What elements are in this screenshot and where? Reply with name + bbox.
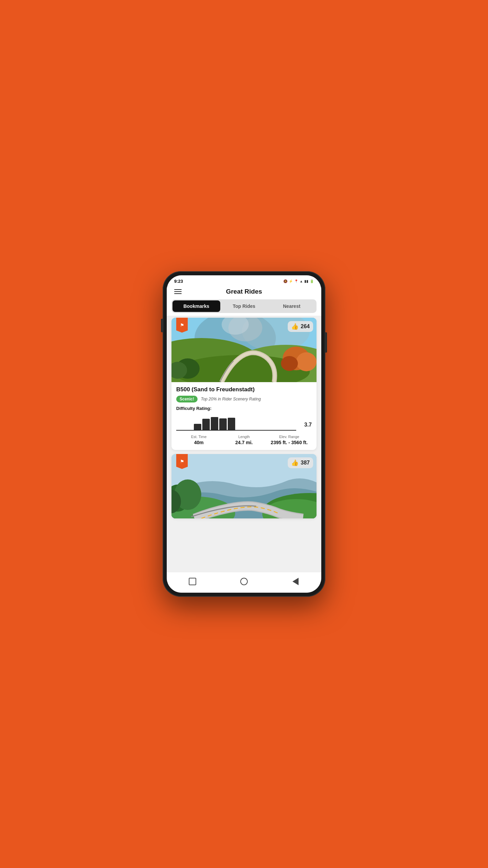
nav-back-icon [292,578,299,585]
wifi-icon: ▲ [300,279,303,283]
length-value: 24.7 mi. [221,440,266,445]
thumbs-up-icon-1: 👍 [291,323,299,330]
phone-screen: 9:23 🔕 ⚡ 📍 ▲ ▮▮ 🔋 Great Rides Bookmarks [167,275,321,593]
nav-circle-icon [240,578,248,585]
app-header: Great Rides [167,285,321,299]
location-icon: 📍 [294,279,298,283]
tab-top-rides[interactable]: Top Rides [220,300,268,312]
diff-bar-2 [202,419,210,431]
tab-nearest[interactable]: Nearest [268,300,316,312]
stat-est-time: Est. Time 40m [176,435,221,445]
hamburger-line-3 [174,293,182,294]
svg-point-9 [296,352,317,371]
ride-2-likes-badge: 👍 387 [288,457,313,468]
ride-1-bookmark-icon: ⚑ [176,318,188,333]
length-label: Length [221,435,266,439]
est-time-label: Est. Time [176,435,221,439]
ride-1-likes-badge: 👍 264 [288,321,313,332]
tab-strip: Bookmarks Top Rides Nearest [171,299,317,313]
bottom-nav [167,572,321,593]
status-bar: 9:23 🔕 ⚡ 📍 ▲ ▮▮ 🔋 [167,275,321,285]
ride-card-2[interactable]: ⚑ 👍 387 [171,454,317,518]
battery-icon: 🔋 [310,279,314,283]
ride-2-likes-count: 387 [301,460,310,466]
app-title: Great Rides [183,288,305,295]
stat-elev: Elev. Range 2395 ft. - 3560 ft. [267,435,312,445]
bluetooth-icon: ⚡ [289,279,293,283]
ride-1-likes-count: 264 [301,323,310,330]
signal-icon: 🔕 [283,279,287,283]
nav-home-button[interactable] [238,576,250,587]
ride-1-stats: Est. Time 40m Length 24.7 mi. Elev. Rang… [176,435,312,445]
diff-bar-4 [219,418,227,431]
elev-label: Elev. Range [267,435,312,439]
est-time-value: 40m [176,440,221,445]
difficulty-value: 3.7 [304,422,312,428]
chart-baseline [176,430,296,431]
phone-frame: 9:23 🔕 ⚡ 📍 ▲ ▮▮ 🔋 Great Rides Bookmarks [163,271,325,597]
ride-2-bookmark-icon: ⚑ [176,454,188,469]
nav-square-icon [189,578,196,585]
ride-1-scenic-row: Scenic! Top 20% in Rider Scenery Rating [176,396,312,402]
nav-back-button[interactable] [290,576,301,587]
ride-1-title: B500 (Sand to Freudenstadt) [176,386,312,393]
status-time: 9:23 [174,279,183,284]
signal-bars-icon: ▮▮ [304,279,308,283]
thumbs-up-icon-2: 👍 [291,459,299,467]
rides-list: ⚑ 👍 264 B500 (Sand to Freudenstadt) Scen… [167,316,321,572]
diff-bar-3 [211,417,218,431]
tab-bookmarks[interactable]: Bookmarks [172,300,220,312]
ride-card-1[interactable]: ⚑ 👍 264 B500 (Sand to Freudenstadt) Scen… [171,318,317,450]
nav-recent-apps-button[interactable] [187,576,198,587]
ride-card-1-image-container: ⚑ 👍 264 [171,318,317,382]
difficulty-chart: 3.7 [176,414,312,431]
ride-card-2-image-container: ⚑ 👍 387 [171,454,317,518]
svg-point-10 [281,356,298,371]
hamburger-line-1 [174,289,182,290]
stat-length: Length 24.7 mi. [221,435,266,445]
scenic-badge: Scenic! [176,396,198,402]
diff-bar-1 [194,424,201,431]
ride-1-card-body: B500 (Sand to Freudenstadt) Scenic! Top … [171,382,317,450]
difficulty-label: Difficulty Rating: [176,406,312,411]
hamburger-line-2 [174,291,182,292]
scenic-text: Top 20% in Rider Scenery Rating [201,397,261,401]
menu-button[interactable] [173,288,183,295]
status-icons: 🔕 ⚡ 📍 ▲ ▮▮ 🔋 [283,279,314,283]
diff-bar-5 [228,418,235,431]
elev-value: 2395 ft. - 3560 ft. [267,440,312,445]
